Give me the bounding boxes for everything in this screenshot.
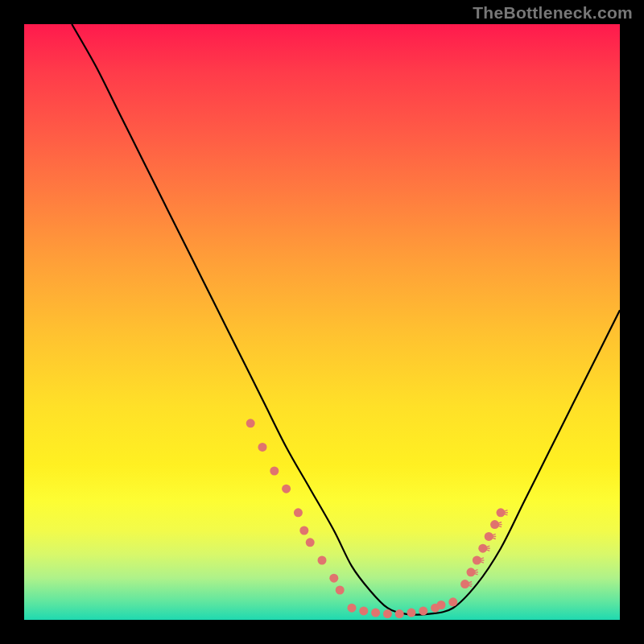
- curve-svg: [24, 24, 620, 620]
- data-point: [419, 606, 427, 615]
- data-point: [336, 586, 345, 595]
- data-point: [282, 485, 291, 493]
- data-point: [383, 609, 392, 618]
- data-point: [407, 609, 416, 617]
- data-point: [371, 609, 380, 617]
- marker-layer: [246, 419, 508, 618]
- watermark-text: TheBottleneck.com: [473, 3, 633, 23]
- data-point: [294, 508, 303, 517]
- data-point: [270, 467, 279, 476]
- data-point: [437, 601, 446, 609]
- data-point: [299, 526, 308, 535]
- data-point: [318, 556, 327, 565]
- data-point: [448, 597, 457, 606]
- chart-frame: TheBottleneck.com: [0, 0, 644, 644]
- data-point: [359, 606, 368, 615]
- data-point: [395, 609, 404, 618]
- bottleneck-curve: [72, 24, 620, 615]
- data-point: [348, 604, 357, 613]
- plot-area: [24, 24, 620, 620]
- data-point: [246, 419, 255, 427]
- data-point: [329, 574, 338, 583]
- data-point: [306, 538, 315, 547]
- data-point: [258, 443, 267, 452]
